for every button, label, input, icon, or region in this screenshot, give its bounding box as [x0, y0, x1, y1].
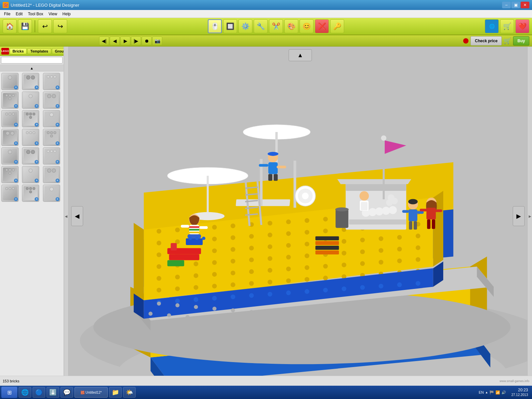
brick-item-4[interactable]: + [22, 91, 39, 109]
view-forward-button[interactable]: ▶ [120, 37, 130, 45]
brick-add-11[interactable]: + [56, 141, 60, 145]
view-stop-button[interactable]: ⏺ [142, 37, 152, 45]
brick-add-9[interactable]: + [14, 141, 18, 145]
svg-point-38 [231, 247, 235, 252]
brick-item-1[interactable]: + [22, 73, 39, 90]
menu-edit[interactable]: Edit [13, 11, 25, 17]
brick-item-16[interactable]: + [22, 166, 39, 183]
hinge-tool[interactable]: 🔧 [254, 19, 268, 33]
menu-toolbox[interactable]: Tool Box [25, 11, 46, 17]
check-price-button[interactable]: Check price [470, 36, 502, 46]
brick-item-19[interactable]: + [22, 185, 39, 202]
start-button[interactable]: ⊞ [1, 387, 17, 398]
svg-point-44 [341, 239, 346, 244]
brick-item-17[interactable]: + [43, 166, 60, 183]
brick-item-18[interactable]: + [1, 185, 19, 202]
brick-item-14[interactable]: + [43, 147, 60, 165]
brick-item-12[interactable]: + [1, 147, 19, 165]
brick-add-3[interactable]: + [14, 104, 18, 108]
brick-add-10[interactable]: + [35, 141, 39, 145]
hide-tool[interactable]: 🔑 [330, 19, 344, 33]
brick-add-20[interactable]: + [56, 197, 60, 201]
close-button[interactable]: ✕ [521, 2, 529, 8]
brick-add-1[interactable]: + [35, 85, 39, 89]
sidebar-scroll-up[interactable]: ▲ [0, 65, 64, 71]
taskbar-browser[interactable]: 🌐 [19, 387, 31, 398]
brick-item-11[interactable]: + [43, 129, 60, 146]
taskbar-lego[interactable]: 🧱 Untitled12* [74, 387, 108, 398]
brick-add-4[interactable]: + [35, 104, 39, 108]
canvas-nav-left[interactable]: ◀ [71, 206, 83, 226]
brick-item-7[interactable]: + [22, 110, 39, 127]
brick-add-8[interactable]: + [56, 123, 60, 127]
view-screenshot-button[interactable]: 📷 [152, 37, 162, 45]
taskbar-folder[interactable]: 📁 [109, 387, 122, 398]
taskbar-chrome[interactable]: 🔵 [33, 387, 45, 398]
wishlist-button[interactable]: ❤️ [515, 19, 529, 33]
svg-point-60 [360, 249, 365, 254]
search-input[interactable] [1, 57, 63, 64]
tab-bricks[interactable]: Bricks [10, 48, 27, 54]
menu-help[interactable]: Help [60, 11, 73, 17]
taskbar-skype[interactable]: 💬 [61, 387, 73, 398]
save-button[interactable]: 💾 [18, 19, 32, 33]
view-next-button[interactable]: |▶ [131, 37, 141, 45]
tray-arrow[interactable]: ▲ [485, 391, 488, 394]
brick-add-15[interactable]: + [14, 179, 18, 183]
home-button[interactable]: 🏠 [3, 19, 17, 33]
menu-file[interactable]: File [1, 11, 13, 17]
brick-item-5[interactable]: + [43, 91, 60, 109]
flex-tool[interactable]: ✂️ [269, 19, 283, 33]
minimize-button[interactable]: – [502, 2, 511, 8]
clone-tool[interactable]: 😊 [300, 19, 314, 33]
brick-add-13[interactable]: + [35, 160, 39, 164]
brick-add-18[interactable]: + [14, 197, 18, 201]
view-back-button[interactable]: ◀ [110, 37, 120, 45]
brick-item-6[interactable]: + [1, 110, 19, 127]
svg-point-144 [463, 331, 467, 335]
brick-add-5[interactable]: + [56, 104, 60, 108]
brick-add-7[interactable]: + [35, 123, 39, 127]
shopping-button[interactable]: 🛒 [500, 19, 514, 33]
rotate-tool[interactable]: ⚙️ [238, 19, 252, 33]
svg-point-112 [212, 307, 216, 311]
brick-add-0[interactable]: + [14, 85, 18, 89]
brick-item-13[interactable]: + [22, 147, 39, 165]
canvas-nav-up[interactable]: ▲ [289, 49, 312, 61]
svg-point-37 [212, 248, 217, 253]
taskbar-torrent[interactable]: ⬇️ [47, 387, 59, 398]
sidebar-collapse-handle[interactable]: ◀ [64, 47, 68, 386]
menu-view[interactable]: View [46, 11, 60, 17]
brick-add-14[interactable]: + [56, 160, 60, 164]
brick-add-17[interactable]: + [56, 179, 60, 183]
build-tool[interactable]: 🔲 [223, 19, 237, 33]
delete-tool[interactable]: ❌ [315, 19, 329, 33]
brick-item-2[interactable]: + [43, 73, 60, 90]
brick-add-6[interactable]: + [14, 123, 18, 127]
select-tool[interactable]: 🖱️ [208, 19, 222, 33]
paint-tool[interactable]: 🎨 [284, 19, 298, 33]
canvas-right-collapse[interactable]: ▶ [527, 47, 532, 386]
brick-add-12[interactable]: + [14, 160, 18, 164]
svg-point-194 [389, 206, 397, 214]
tab-groups[interactable]: Groups [52, 48, 64, 54]
view-prev-button[interactable]: ◀| [99, 37, 109, 45]
tab-templates[interactable]: Templates [27, 48, 51, 54]
brick-add-19[interactable]: + [35, 197, 39, 201]
brick-item-10[interactable]: + [22, 129, 39, 146]
undo-button[interactable]: ↩ [38, 19, 52, 33]
brick-add-16[interactable]: + [35, 179, 39, 183]
maximize-button[interactable]: ▣ [511, 2, 520, 8]
brick-item-3[interactable]: + [1, 91, 19, 109]
brick-item-0[interactable]: + [1, 73, 19, 90]
redo-button[interactable]: ↪ [53, 19, 67, 33]
brick-item-15[interactable]: + [1, 166, 19, 183]
brick-item-9[interactable]: + [1, 129, 19, 146]
designbyme-button[interactable]: 🌐 [485, 19, 499, 33]
taskbar-photo[interactable]: 🌤️ [123, 387, 136, 398]
brick-add-2[interactable]: + [56, 85, 60, 89]
canvas-nav-right[interactable]: ▶ [513, 206, 525, 226]
buy-button[interactable]: Buy [513, 36, 529, 46]
brick-item-20[interactable]: + [43, 185, 60, 202]
brick-item-8[interactable]: + [43, 110, 60, 127]
